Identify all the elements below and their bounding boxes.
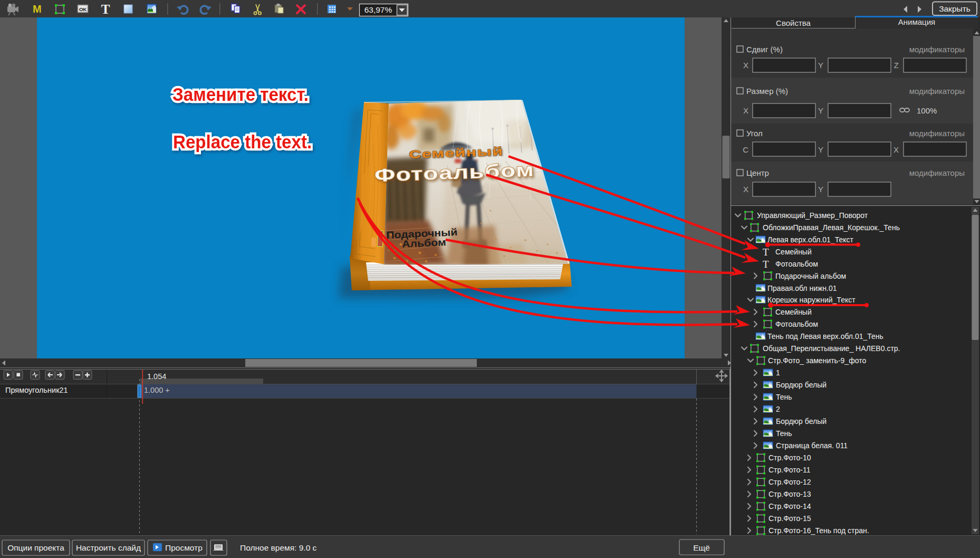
svg-text:Стр.Фото_ заменить-9_фото: Стр.Фото_ заменить-9_фото [768,356,866,365]
svg-text:X: X [743,106,748,115]
svg-text:Общая_Перелистывание_ НАЛЕВ0.с: Общая_Перелистывание_ НАЛЕВ0.стр. [763,344,900,353]
svg-text:Стр.Фото-15: Стр.Фото-15 [768,514,811,523]
svg-text:Тень: Тень [776,429,792,438]
svg-text:X: X [743,185,748,194]
svg-text:Корешок наружний_Текст: Корешок наружний_Текст [767,296,856,304]
svg-text:Фотоальбом: Фотоальбом [775,260,818,268]
svg-text:Правая.обл нижн.01: Правая.обл нижн.01 [767,284,837,292]
svg-text:Подарочный альбом: Подарочный альбом [775,272,846,280]
svg-text:ОбложкиПравая_Левая_Корешок._Т: ОбложкиПравая_Левая_Корешок._Тень [763,223,900,232]
svg-text:Ещё: Ещё [693,543,710,552]
svg-text:Y: Y [818,106,823,115]
svg-text:Стр.Фото-16_Тень под стран.: Стр.Фото-16_Тень под стран. [768,526,869,535]
svg-text:Настроить слайд: Настроить слайд [76,543,141,552]
svg-text:Угол: Угол [746,129,763,138]
svg-text:модификаторы: модификаторы [909,45,965,54]
svg-text:Семейный: Семейный [775,308,812,316]
svg-text:Бордюр белый: Бордюр белый [776,417,827,425]
svg-text:Полное время: 9.0 с: Полное время: 9.0 с [240,543,317,552]
svg-text:Центр: Центр [746,168,769,177]
svg-text:1: 1 [776,368,780,377]
svg-text:Y: Y [818,61,823,70]
svg-text:Сдвиг (%): Сдвиг (%) [746,45,783,54]
svg-text:X: X [893,145,899,154]
svg-text:Фотоальбом: Фотоальбом [775,320,818,328]
svg-text:Z: Z [894,61,899,70]
svg-text:Y: Y [818,185,823,194]
svg-text:Семейный: Семейный [775,248,812,256]
svg-text:100%: 100% [917,106,937,115]
svg-text:T: T [763,259,769,270]
svg-text:Прямоугольник21: Прямоугольник21 [5,386,68,394]
svg-text:63,97%: 63,97% [364,5,392,14]
svg-text:Стр.Фото-11: Стр.Фото-11 [768,466,811,474]
svg-text:X: X [743,61,748,70]
svg-text:C: C [743,145,748,154]
svg-text:модификаторы: модификаторы [909,129,965,138]
svg-text:2: 2 [776,405,780,413]
svg-text:1.000 +: 1.000 + [144,386,170,394]
svg-text:T: T [101,2,110,16]
svg-text:Страница белая. 011: Страница белая. 011 [776,441,848,450]
svg-text:Размер (%): Размер (%) [746,87,788,96]
svg-text:T: T [763,247,769,258]
svg-text:Стр.Фото-10: Стр.Фото-10 [768,453,811,462]
svg-text:модификаторы: модификаторы [909,168,965,177]
svg-text:Управляющий_Размер_Поворот: Управляющий_Размер_Поворот [757,211,868,220]
svg-text:Просмотр: Просмотр [165,543,203,552]
svg-text:Тень под Левая верх.обл.01_Тен: Тень под Левая верх.обл.01_Тень [767,332,883,341]
svg-text:Закрыть: Закрыть [939,4,971,13]
svg-text:Опции проекта: Опции проекта [7,543,64,552]
svg-text:OK: OK [79,6,87,12]
svg-text:Replace the text.: Replace the text. [173,131,312,153]
svg-text:Y: Y [818,145,823,154]
svg-text:Стр.Фото-13: Стр.Фото-13 [768,490,811,498]
svg-text:Стр.Фото-12: Стр.Фото-12 [768,478,811,486]
svg-text:модификаторы: модификаторы [909,87,965,96]
svg-text:Левая верх.обл.01_Текст: Левая верх.обл.01_Текст [767,235,854,244]
svg-text:1.054: 1.054 [147,372,166,381]
svg-text:Стр.Фото-14: Стр.Фото-14 [768,502,811,510]
svg-text:M: M [33,3,42,15]
svg-text:Тень: Тень [776,393,792,401]
svg-text:Замените текст.: Замените текст. [172,84,309,105]
svg-text:Альбом: Альбом [402,237,446,249]
svg-text:Бордюр белый: Бордюр белый [776,381,827,389]
